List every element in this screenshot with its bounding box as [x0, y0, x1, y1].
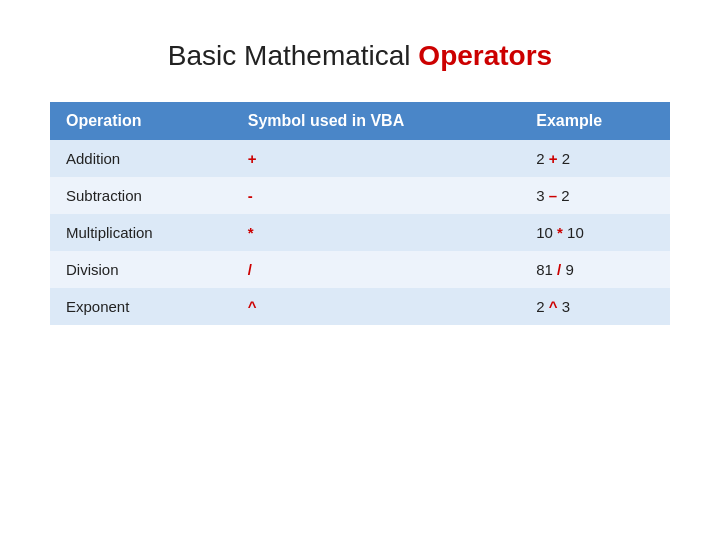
- header-example: Example: [520, 102, 670, 140]
- table-row: Subtraction-3 – 2: [50, 177, 670, 214]
- table-row: Multiplication*10 * 10: [50, 214, 670, 251]
- title-highlight: Operators: [418, 40, 552, 71]
- cell-example: 2 + 2: [520, 140, 670, 177]
- table-row: Division/81 / 9: [50, 251, 670, 288]
- cell-symbol: *: [232, 214, 521, 251]
- header-operation: Operation: [50, 102, 232, 140]
- cell-example: 2 ^ 3: [520, 288, 670, 325]
- cell-symbol: /: [232, 251, 521, 288]
- table-row: Addition+2 + 2: [50, 140, 670, 177]
- cell-example: 3 – 2: [520, 177, 670, 214]
- title-prefix: Basic Mathematical: [168, 40, 419, 71]
- page-title: Basic Mathematical Operators: [168, 40, 552, 72]
- cell-operation: Multiplication: [50, 214, 232, 251]
- operators-table: Operation Symbol used in VBA Example Add…: [50, 102, 670, 325]
- table-header-row: Operation Symbol used in VBA Example: [50, 102, 670, 140]
- cell-symbol: -: [232, 177, 521, 214]
- cell-example: 10 * 10: [520, 214, 670, 251]
- cell-example: 81 / 9: [520, 251, 670, 288]
- cell-symbol: ^: [232, 288, 521, 325]
- cell-operation: Division: [50, 251, 232, 288]
- cell-operation: Addition: [50, 140, 232, 177]
- table-row: Exponent^2 ^ 3: [50, 288, 670, 325]
- cell-operation: Subtraction: [50, 177, 232, 214]
- cell-operation: Exponent: [50, 288, 232, 325]
- header-symbol: Symbol used in VBA: [232, 102, 521, 140]
- cell-symbol: +: [232, 140, 521, 177]
- table-container: Operation Symbol used in VBA Example Add…: [50, 102, 670, 325]
